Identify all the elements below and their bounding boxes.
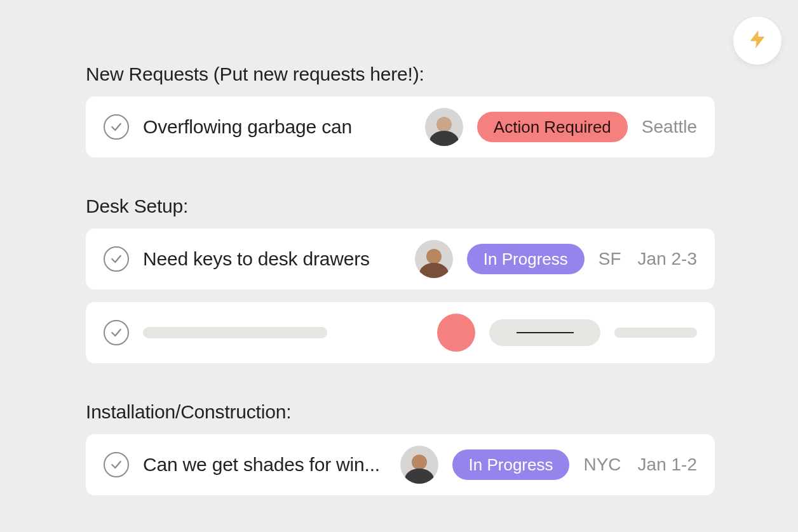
assignee-avatar[interactable] bbox=[425, 108, 463, 146]
automation-fab[interactable] bbox=[733, 17, 781, 65]
complete-checkbox[interactable] bbox=[104, 320, 129, 345]
complete-checkbox[interactable] bbox=[104, 246, 129, 272]
status-pill[interactable]: In Progress bbox=[467, 244, 585, 274]
skeleton-status bbox=[489, 319, 600, 346]
status-pill[interactable]: Action Required bbox=[477, 112, 628, 142]
skeleton-meta bbox=[614, 328, 697, 338]
skeleton-title bbox=[143, 327, 327, 338]
section-desk-setup: Desk Setup: Need keys to desk drawers In… bbox=[86, 196, 715, 363]
task-row-skeleton bbox=[86, 302, 715, 363]
location-label: NYC bbox=[583, 455, 621, 475]
complete-checkbox[interactable] bbox=[104, 452, 129, 477]
date-label: Jan 1-2 bbox=[638, 455, 697, 475]
location-label: SF bbox=[598, 249, 621, 269]
task-sections: New Requests (Put new requests here!): O… bbox=[86, 63, 715, 495]
section-new-requests: New Requests (Put new requests here!): O… bbox=[86, 63, 715, 157]
assignee-avatar[interactable] bbox=[415, 240, 453, 278]
lightning-icon bbox=[747, 29, 768, 53]
complete-checkbox[interactable] bbox=[104, 114, 129, 140]
section-title: Installation/Construction: bbox=[86, 401, 715, 423]
task-title: Overflowing garbage can bbox=[143, 116, 411, 138]
task-row[interactable]: Can we get shades for win... In Progress… bbox=[86, 434, 715, 495]
assignee-avatar[interactable] bbox=[400, 446, 438, 484]
task-row[interactable]: Need keys to desk drawers In Progress SF… bbox=[86, 229, 715, 289]
location-label: Seattle bbox=[642, 117, 697, 137]
task-row[interactable]: Overflowing garbage can Action Required … bbox=[86, 96, 715, 157]
section-title: Desk Setup: bbox=[86, 196, 715, 217]
skeleton-avatar bbox=[437, 314, 475, 352]
date-label: Jan 2-3 bbox=[638, 249, 697, 269]
task-title: Need keys to desk drawers bbox=[143, 248, 401, 270]
section-installation: Installation/Construction: Can we get sh… bbox=[86, 401, 715, 495]
section-title: New Requests (Put new requests here!): bbox=[86, 63, 715, 85]
task-title: Can we get shades for win... bbox=[143, 454, 386, 475]
status-pill[interactable]: In Progress bbox=[452, 449, 570, 480]
